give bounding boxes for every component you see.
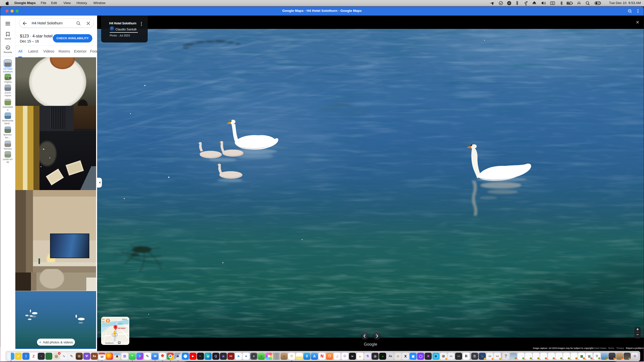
svg-text:Aare: Aare [118,322,122,325]
svg-text:Solothurn: Solothurn [105,342,114,344]
svg-text:nge: nge [102,321,105,323]
svg-text:Bar: Bar [102,318,105,320]
svg-text:H4 Hotel: H4 Hotel [118,327,125,329]
svg-text:Ritterq: Ritterq [122,319,127,321]
